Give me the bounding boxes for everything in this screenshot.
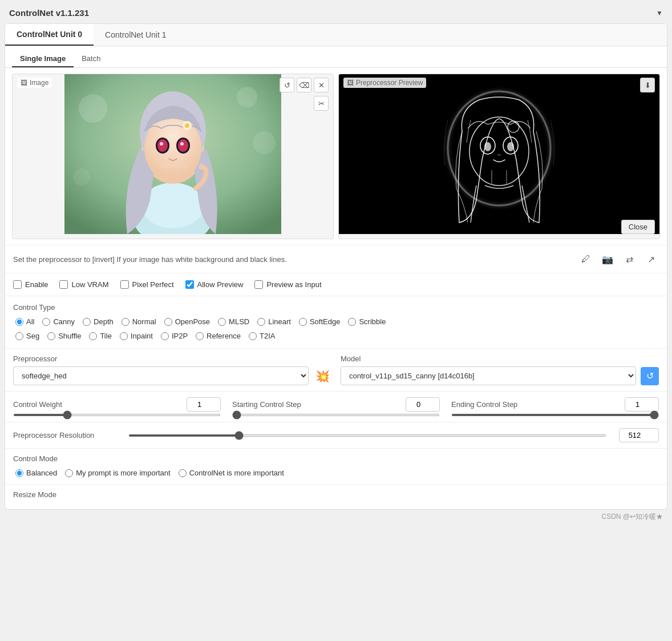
mode-balanced[interactable]: Balanced bbox=[13, 467, 59, 478]
radio-t2ia-input[interactable] bbox=[249, 332, 257, 340]
radio-normal[interactable]: Normal bbox=[119, 316, 159, 327]
radio-tile[interactable]: Tile bbox=[87, 330, 114, 341]
low-vram-label: Low VRAM bbox=[71, 280, 108, 289]
radio-seg[interactable]: Seg bbox=[13, 330, 42, 341]
radio-lineart[interactable]: Lineart bbox=[255, 316, 293, 327]
link-icon-btn[interactable]: ↗ bbox=[643, 251, 659, 267]
radio-ip2p[interactable]: IP2P bbox=[159, 330, 190, 341]
starting-step-value[interactable] bbox=[406, 397, 440, 412]
control-weight-value[interactable] bbox=[187, 397, 221, 412]
resize-mode-label: Resize Mode bbox=[13, 490, 659, 499]
preprocessor-tools: ⬇ bbox=[640, 78, 655, 92]
mode-controlnet-input[interactable] bbox=[179, 469, 187, 477]
radio-mlsd-label: MLSD bbox=[229, 317, 249, 326]
low-vram-input[interactable] bbox=[59, 280, 68, 289]
radio-openpose-label: OpenPose bbox=[175, 317, 210, 326]
resolution-section: Preprocessor Resolution bbox=[5, 422, 667, 448]
tab-unit-1[interactable]: ControlNet Unit 1 bbox=[94, 24, 177, 46]
svg-point-4 bbox=[73, 168, 90, 186]
radio-normal-input[interactable] bbox=[122, 318, 129, 326]
radio-all[interactable]: All bbox=[13, 316, 37, 327]
svg-point-27 bbox=[507, 142, 514, 151]
resolution-slider[interactable] bbox=[128, 434, 606, 437]
sub-tab-single[interactable]: Single Image bbox=[12, 51, 74, 67]
radio-mlsd-input[interactable] bbox=[218, 318, 226, 326]
enable-input[interactable] bbox=[13, 280, 22, 289]
radio-scribble-input[interactable] bbox=[348, 318, 356, 326]
camera-icon-btn[interactable]: 📷 bbox=[600, 251, 616, 267]
radio-openpose-input[interactable] bbox=[164, 318, 172, 326]
model-dropdown[interactable]: control_v11p_sd15_canny [d14c016b] bbox=[341, 366, 636, 385]
radio-openpose[interactable]: OpenPose bbox=[162, 316, 212, 327]
undo-button[interactable]: ↺ bbox=[280, 78, 294, 92]
refresh-model-button[interactable]: ↺ bbox=[641, 367, 659, 385]
preprocessor-model-row: Preprocessor softedge_hed 💥 Model contro… bbox=[5, 348, 667, 391]
image-icon: 🖼 bbox=[21, 79, 27, 87]
radio-softedge-input[interactable] bbox=[299, 318, 307, 326]
edge-preview-wrapper bbox=[339, 74, 659, 234]
radio-shuffle-label: Shuffle bbox=[58, 332, 81, 340]
clear-button[interactable]: ⌫ bbox=[297, 78, 311, 92]
radio-all-input[interactable] bbox=[15, 318, 23, 326]
preview-as-input-label: Preview as Input bbox=[266, 280, 321, 289]
radio-lineart-input[interactable] bbox=[257, 318, 265, 326]
tab-unit-0[interactable]: ControlNet Unit 0 bbox=[5, 24, 94, 46]
resolution-value[interactable] bbox=[619, 428, 659, 442]
preprocessor-dropdown[interactable]: softedge_hed bbox=[13, 366, 309, 385]
radio-canny-input[interactable] bbox=[42, 318, 50, 326]
mode-controlnet[interactable]: ControlNet is more important bbox=[176, 467, 286, 478]
radio-depth[interactable]: Depth bbox=[80, 316, 116, 327]
edit-icon-btn[interactable]: 🖊 bbox=[578, 251, 594, 267]
pixel-perfect-checkbox[interactable]: Pixel Perfect bbox=[120, 280, 174, 289]
radio-canny[interactable]: Canny bbox=[40, 316, 77, 327]
star-button[interactable]: 💥 bbox=[313, 367, 331, 385]
radio-seg-input[interactable] bbox=[15, 332, 23, 340]
allow-preview-checkbox[interactable]: Allow Preview bbox=[185, 280, 244, 289]
radio-scribble[interactable]: Scribble bbox=[346, 316, 388, 327]
svg-rect-21 bbox=[388, 74, 610, 234]
starting-step-slider[interactable] bbox=[232, 414, 440, 416]
radio-tile-input[interactable] bbox=[89, 332, 97, 340]
anime-image-container[interactable]: artdriving bbox=[13, 74, 333, 234]
sub-tab-batch[interactable]: Batch bbox=[74, 51, 108, 67]
radio-reference-input[interactable] bbox=[196, 332, 204, 340]
radio-depth-input[interactable] bbox=[83, 318, 91, 326]
download-button[interactable]: ⬇ bbox=[640, 78, 655, 92]
svg-point-13 bbox=[157, 139, 168, 152]
mode-balanced-input[interactable] bbox=[15, 469, 23, 477]
sliders-section: Control Weight Starting Control Step bbox=[5, 391, 667, 422]
radio-shuffle[interactable]: Shuffle bbox=[45, 330, 83, 341]
radio-mlsd[interactable]: MLSD bbox=[216, 316, 252, 327]
collapse-icon[interactable]: ▼ bbox=[656, 9, 663, 17]
enable-checkbox[interactable]: Enable bbox=[13, 280, 48, 289]
radio-reference[interactable]: Reference bbox=[193, 330, 243, 341]
preview-as-input-checkbox[interactable]: Preview as Input bbox=[254, 280, 321, 289]
close-image-button[interactable]: ✕ bbox=[314, 78, 329, 92]
radio-t2ia[interactable]: T2IA bbox=[246, 330, 277, 341]
crop-button[interactable]: ✂ bbox=[314, 96, 329, 111]
close-preview-button[interactable]: Close bbox=[621, 220, 655, 234]
mode-my-prompt[interactable]: My prompt is more important bbox=[63, 467, 172, 478]
radio-ip2p-input[interactable] bbox=[161, 332, 169, 340]
preview-as-input-input[interactable] bbox=[254, 280, 263, 289]
sub-tabs: Single Image Batch bbox=[5, 46, 667, 68]
starting-step-group: Starting Control Step bbox=[232, 397, 440, 416]
allow-preview-input[interactable] bbox=[185, 280, 194, 289]
radio-lineart-label: Lineart bbox=[268, 317, 291, 326]
ending-step-slider[interactable] bbox=[451, 414, 659, 416]
radio-canny-label: Canny bbox=[53, 317, 75, 326]
radio-shuffle-input[interactable] bbox=[47, 332, 55, 340]
checkboxes-section: Enable Low VRAM Pixel Perfect Allow Prev… bbox=[5, 273, 667, 296]
radio-softedge[interactable]: SoftEdge bbox=[297, 316, 343, 327]
mode-my-prompt-label: My prompt is more important bbox=[76, 469, 170, 477]
mode-my-prompt-input[interactable] bbox=[65, 469, 73, 477]
pixel-perfect-input[interactable] bbox=[120, 280, 129, 289]
control-type-group: All Canny Depth Normal OpenPose bbox=[13, 316, 659, 327]
ending-step-value[interactable] bbox=[625, 397, 659, 412]
control-weight-slider[interactable] bbox=[13, 414, 221, 416]
radio-inpaint-input[interactable] bbox=[120, 332, 128, 340]
low-vram-checkbox[interactable]: Low VRAM bbox=[59, 280, 108, 289]
swap-icon-btn[interactable]: ⇄ bbox=[621, 251, 637, 267]
radio-inpaint[interactable]: Inpaint bbox=[118, 330, 155, 341]
preprocessor-preview-panel: 🖼 Preprocessor Preview ⬇ bbox=[338, 74, 660, 239]
